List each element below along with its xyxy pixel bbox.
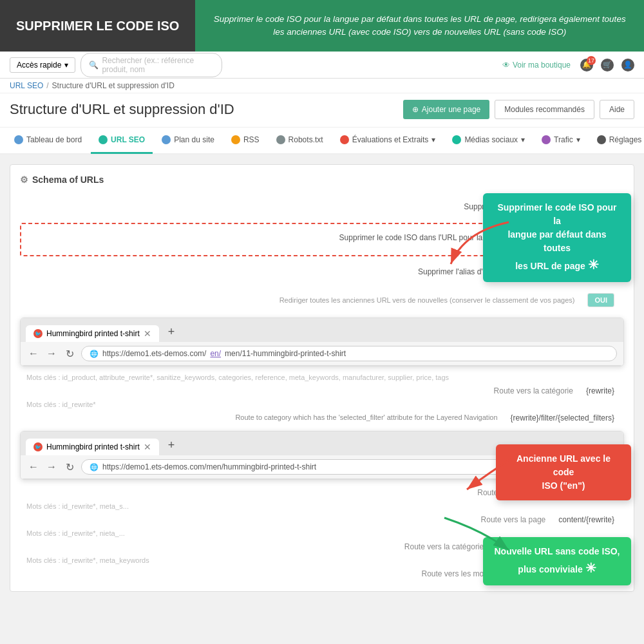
keywords-row-3: Mots clés : id_rewrite*, meta_s... [20,500,624,512]
route-page-row: Route vers la page content/{rewrite} [20,512,624,527]
chevron-down-evaluations: ▾ [431,135,435,144]
red-arrow-2 [460,451,525,496]
tab-label-dashboard: Tableau de bord [26,135,82,144]
eye-icon: 👁 [502,61,510,70]
redirect-row: Rediriger toutes les anciennes URL vers … [20,288,624,312]
iso-snowflake-icon: ✳ [588,258,599,272]
favicon-old: 🐦 [33,329,43,338]
url-path-old: men/11-hummingbird-printed-t-shirt [225,349,346,358]
admin-topbar: Accès rapide ▾ 🔍 Rechercher (ex.: référe… [0,52,644,79]
keywords-row-1: Mots clés : id_product, attribute_rewrit… [20,372,624,383]
browser-tab-title-new: Hummingbird printed t-shirt [46,442,140,451]
banner-description-text: Supprimer le code ISO pour la langue par… [208,13,631,39]
new-tab-button-new[interactable]: + [162,435,182,455]
browser-tabs-old: 🐦 Hummingbird printed t-shirt ✕ + [21,318,623,342]
refresh-button-old[interactable]: ↻ [63,348,76,360]
redirect-toggle[interactable]: OUI [587,293,614,307]
page-header-buttons: ⊕ Ajouter une page Modules recommandés A… [403,100,634,119]
tab-close-new[interactable]: ✕ [144,442,151,452]
tab-plan-du-site[interactable]: Plan du site [154,127,222,154]
page-title: Structure d'URL et suppression d'ID [10,101,234,118]
aide-button[interactable]: Aide [600,100,634,119]
favicon-new: 🐦 [33,442,43,451]
breadcrumb-separator: / [46,81,48,90]
forward-button-old[interactable]: → [45,348,58,359]
nav-tabs: Tableau de bord URL SEO Plan du site RSS… [0,128,644,155]
route-page-value: content/{rewrite} [558,515,614,524]
add-page-label: Ajouter une page [422,105,480,114]
browser-toolbar-old: ← → ↻ 🌐 https://demo1.ets-demos.com/en/m… [21,342,623,366]
tab-close-old[interactable]: ✕ [144,328,151,339]
new-tab-button-old[interactable]: + [162,322,182,342]
breadcrumb-url-seo[interactable]: URL SEO [10,81,43,90]
tab-label-sitemap: Plan du site [174,135,214,144]
chart-icon [542,135,551,144]
topbar-right: 👁 Voir ma boutique 🔔 17 🛒 👤 [502,59,634,71]
notifications-badge: 17 [587,56,596,65]
tab-medias-sociaux[interactable]: Médias sociaux ▾ [444,127,533,154]
tab-label-reglages: Réglages [609,135,642,144]
browser-old: 🐦 Hummingbird printed t-shirt ✕ + ← → ↻ … [20,317,624,366]
page-header: Structure d'URL et suppression d'ID ⊕ Aj… [0,93,644,128]
route-filter-row: Route to category which has the 'selecte… [20,410,624,426]
tab-trafic[interactable]: Trafic ▾ [534,127,588,154]
refresh-button-new[interactable]: ↻ [63,461,76,473]
social-icon [452,135,461,144]
browser-tab-old[interactable]: 🐦 Hummingbird printed t-shirt ✕ [26,325,159,342]
lock-icon-old: 🌐 [90,350,99,358]
forward-button-new[interactable]: → [45,461,58,473]
main-content: ⚙ Schema of URLs Supprimez l'ID des URL … [0,155,644,608]
tab-url-seo[interactable]: URL SEO [91,127,153,154]
browser-tab-title-old: Hummingbird printed t-shirt [46,329,140,338]
url-new: https://demo1.ets-demos.com/men/hummingb… [102,462,316,471]
tab-robots[interactable]: Robots.txt [269,127,331,154]
schema-card-title: ⚙ Schema of URLs [20,175,624,185]
url-iso-old: en/ [210,349,221,358]
banner-description: Supprimer le code ISO pour la langue par… [195,0,644,52]
browser-address-old[interactable]: 🌐 https://demo1.ets-demos.com/en/men/11-… [81,346,617,361]
url-base-old: https://demo1.ets-demos.com/ [102,349,206,358]
voir-boutique-link[interactable]: 👁 Voir ma boutique [502,61,571,70]
plus-icon: ⊕ [412,105,419,114]
notifications-icon[interactable]: 🔔 17 [580,59,593,71]
tab-evaluations[interactable]: Évaluations et Extraits ▾ [332,127,444,154]
route-filter-label: Route to category which has the 'selecte… [30,413,511,422]
tab-rss[interactable]: RSS [223,127,267,154]
gear-icon: ⚙ [20,175,28,185]
green-arrow [438,511,515,556]
route-filter-value: {rewrite}/filter/{selected_filters} [511,413,614,422]
browser-tab-new[interactable]: 🐦 Hummingbird printed t-shirt ✕ [26,439,159,455]
back-button-new[interactable]: ← [27,461,40,473]
rss-icon [231,135,240,144]
tab-label-rss: RSS [243,135,260,144]
tab-tableau-de-bord[interactable]: Tableau de bord [6,127,90,154]
back-button-old[interactable]: ← [27,348,40,359]
redirect-on[interactable]: OUI [588,294,614,307]
modules-button[interactable]: Modules recommandés [495,100,594,119]
old-url-tooltip-text: Ancienne URL avec le codeISO ("en") [516,453,611,491]
cart-icon[interactable]: 🛒 [601,59,614,71]
tab-label-social: Médias sociaux [464,135,518,144]
dashboard-icon [14,135,23,144]
acces-rapide-button[interactable]: Accès rapide ▾ [10,57,75,73]
red-arrow-1 [438,219,515,270]
iso-tooltip-text: Supprimer le code ISO pour lalangue par … [497,202,616,271]
redirect-label: Rediriger toutes les anciennes URL vers … [30,296,587,304]
link-icon [99,135,108,144]
add-page-button[interactable]: ⊕ Ajouter une page [403,100,489,119]
keywords-row-2: Mots clés : id_rewrite* [20,399,624,410]
user-icon[interactable]: 👤 [621,59,634,71]
chevron-down-social: ▾ [521,135,525,144]
search-bar[interactable]: 🔍 Rechercher (ex.: référence produit, no… [80,53,222,77]
topbar-left: Accès rapide ▾ 🔍 Rechercher (ex.: référe… [10,53,222,77]
tab-reglages[interactable]: Réglages ▾ [589,127,644,154]
route-category-label: Route vers la catégorie [30,386,586,395]
acces-rapide-label: Accès rapide [17,61,61,70]
tab-label-trafic: Trafic [554,135,573,144]
search-placeholder: Rechercher (ex.: référence produit, nom [102,56,214,74]
breadcrumb: URL SEO / Structure d'URL et suppression… [0,79,644,93]
tab-label-robots: Robots.txt [289,135,323,144]
suppress-id-label: Supprimez l'ID des URL [30,202,559,211]
topbar-icons: 🔔 17 🛒 👤 [580,59,634,71]
robot-icon [276,135,285,144]
